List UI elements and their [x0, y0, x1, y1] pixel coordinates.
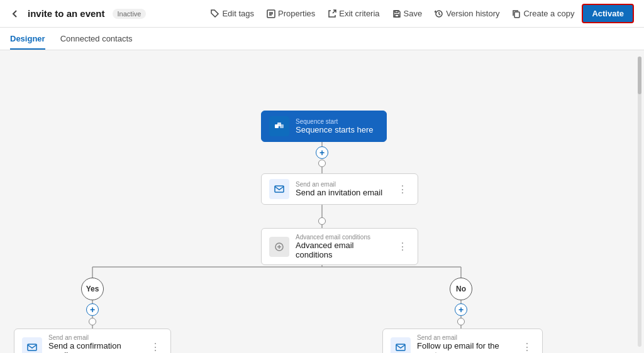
page-title: invite to an event: [28, 8, 105, 19]
svg-rect-4: [395, 14, 399, 17]
advanced-menu[interactable]: ⋮: [395, 239, 410, 254]
edit-tags-button[interactable]: Edit tags: [206, 6, 259, 21]
exit-criteria-button[interactable]: Exit criteria: [323, 6, 384, 21]
save-icon: [392, 9, 401, 18]
exit-criteria-icon: [328, 9, 336, 18]
scrollbar[interactable]: [638, 57, 641, 347]
add-no-step-button[interactable]: +: [455, 303, 467, 316]
connector-1: [318, 160, 326, 167]
confirmation-label: Send an email: [48, 334, 142, 341]
advanced-conditions-node: Advanced email conditions Advanced email…: [261, 228, 418, 265]
send-email-1-menu[interactable]: ⋮: [395, 182, 410, 197]
tab-designer[interactable]: Designer: [10, 29, 45, 50]
svg-rect-5: [395, 11, 398, 13]
back-button[interactable]: [10, 9, 20, 19]
followup-menu[interactable]: ⋮: [519, 340, 535, 353]
followup-node: Send an email Follow up email for the ev…: [382, 329, 543, 353]
svg-rect-31: [28, 344, 36, 350]
followup-title: Follow up email for the event: [417, 341, 513, 353]
advanced-icon: [269, 237, 289, 257]
followup-icon: [391, 337, 411, 354]
advanced-title: Advanced email conditions: [296, 241, 389, 259]
svg-rect-28: [277, 122, 281, 126]
save-button[interactable]: Save: [387, 6, 428, 21]
version-history-button[interactable]: Version history: [430, 6, 504, 21]
create-copy-button[interactable]: Create a copy: [507, 6, 579, 21]
properties-icon: [267, 9, 275, 18]
tab-connected-contacts[interactable]: Connected contacts: [60, 29, 133, 50]
confirmation-title: Send a confirmation email: [48, 341, 142, 353]
no-branch-label: No: [450, 278, 472, 300]
send-email-1-label: Send an email: [296, 181, 389, 188]
copy-icon: [512, 9, 521, 18]
tabs-bar: Designer Connected contacts: [0, 28, 644, 50]
confirmation-icon: [22, 337, 42, 354]
tag-icon: [211, 9, 219, 18]
connector-2: [318, 217, 326, 225]
sequence-start-node: Sequence start Sequence starts here: [261, 111, 387, 142]
followup-label: Send an email: [417, 334, 513, 341]
activate-button[interactable]: Activate: [582, 4, 634, 23]
add-yes-step-button[interactable]: +: [86, 303, 99, 316]
email-1-icon: [269, 179, 289, 199]
yes-branch-label: Yes: [81, 278, 104, 300]
send-confirmation-node: Send an email Send a confirmation email …: [14, 329, 171, 353]
header-actions: Edit tags Properties Exit criteria Save: [206, 4, 634, 23]
status-badge: Inactive: [113, 9, 147, 19]
sequence-start-label: Sequence start: [296, 118, 379, 125]
scrollbar-thumb: [638, 57, 641, 94]
sequence-start-title: Sequence starts here: [296, 125, 379, 134]
properties-button[interactable]: Properties: [262, 6, 320, 21]
sequence-start-icon: [269, 116, 289, 136]
flow-diagram: Sequence start Sequence starts here + Se…: [0, 50, 644, 353]
connector-yes: [89, 318, 96, 325]
connector-no: [457, 318, 465, 325]
history-icon: [435, 9, 443, 18]
flow-canvas: Sequence start Sequence starts here + Se…: [0, 50, 644, 353]
header: invite to an event Inactive Edit tags Pr…: [0, 0, 644, 28]
add-step-1-button[interactable]: +: [316, 146, 328, 159]
svg-rect-29: [275, 186, 284, 192]
svg-rect-32: [396, 344, 405, 350]
advanced-label: Advanced email conditions: [296, 234, 389, 241]
svg-rect-7: [514, 12, 519, 18]
send-email-1-node: Send an email Send an invitation email ⋮: [261, 173, 418, 205]
confirmation-menu[interactable]: ⋮: [148, 340, 163, 353]
send-email-1-title: Send an invitation email: [296, 188, 389, 197]
